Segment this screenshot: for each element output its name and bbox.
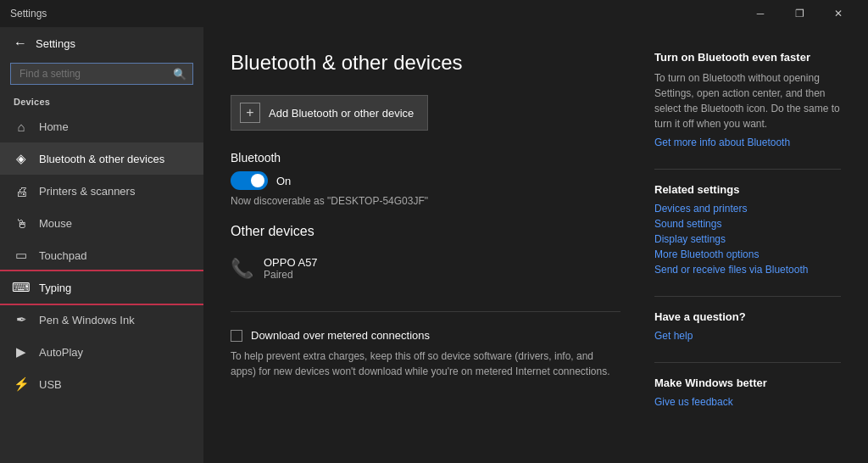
sidebar-item-usb[interactable]: ⚡ USB <box>0 368 203 400</box>
sidebar-section-label: Devices <box>0 92 203 110</box>
faster-block: Turn on Bluetooth even faster To turn on… <box>654 51 841 148</box>
toggle-state-text: On <box>276 175 291 187</box>
bluetooth-section: Bluetooth On Now discoverable as "DESKTO… <box>231 151 620 207</box>
link-send-receive[interactable]: Send or receive files via Bluetooth <box>654 264 841 276</box>
sidebar-item-mouse[interactable]: 🖱 Mouse <box>0 207 203 239</box>
related-block: Related settings Devices and printers So… <box>654 183 841 276</box>
sidebar-item-label-pen: Pen & Windows Ink <box>39 314 135 326</box>
app-body: ← Settings 🔍 Devices ⌂ Home ◈ Bluetooth … <box>0 27 868 463</box>
sidebar-back-button[interactable]: ← Settings <box>0 27 203 59</box>
link-more-bluetooth[interactable]: More Bluetooth options <box>654 248 841 260</box>
home-icon: ⌂ <box>14 119 29 134</box>
link-display-settings[interactable]: Display settings <box>654 233 841 245</box>
get-help-link[interactable]: Get help <box>654 330 841 342</box>
download-checkbox[interactable] <box>231 330 242 342</box>
checkbox-description: To help prevent extra charges, keep this… <box>231 349 620 379</box>
feedback-link[interactable]: Give us feedback <box>654 396 841 408</box>
restore-button[interactable]: ❐ <box>780 0 819 27</box>
sidebar-item-label-mouse: Mouse <box>39 217 72 230</box>
right-panel: Turn on Bluetooth even faster To turn on… <box>654 51 841 439</box>
sidebar-item-printers[interactable]: 🖨 Printers & scanners <box>0 175 203 207</box>
divider-1 <box>654 169 841 170</box>
toggle-row: On <box>231 171 620 190</box>
content-main: Bluetooth & other devices + Add Bluetoot… <box>231 51 620 439</box>
device-name: OPPO A57 <box>264 256 318 269</box>
plus-icon: + <box>240 103 260 123</box>
checkbox-row: Download over metered connections <box>231 329 620 342</box>
download-section: Download over metered connections To hel… <box>231 311 620 379</box>
close-button[interactable]: ✕ <box>819 0 858 27</box>
sidebar-item-label-typing: Typing <box>39 282 71 294</box>
sidebar-item-pen[interactable]: ✒ Pen & Windows Ink <box>0 304 203 336</box>
divider-3 <box>654 362 841 363</box>
typing-icon: ⌨ <box>14 280 29 295</box>
mouse-icon: 🖱 <box>14 215 29 231</box>
sidebar-title: Settings <box>36 37 75 50</box>
titlebar: Settings ─ ❐ ✕ <box>0 0 868 27</box>
add-device-label: Add Bluetooth or other device <box>269 107 414 120</box>
toggle-knob <box>251 174 264 187</box>
sidebar-item-label-printers: Printers & scanners <box>39 185 135 198</box>
device-item-oppo: 📞 OPPO A57 Paired <box>231 249 620 287</box>
printers-icon: 🖨 <box>14 183 29 198</box>
other-devices-heading: Other devices <box>231 224 620 239</box>
pen-icon: ✒ <box>14 312 29 327</box>
link-sound-settings[interactable]: Sound settings <box>654 218 841 230</box>
related-heading: Related settings <box>654 183 841 196</box>
sidebar-item-label-touchpad: Touchpad <box>39 249 86 262</box>
sidebar-item-label-home: Home <box>39 120 69 133</box>
question-block: Have a question? Get help <box>654 310 841 342</box>
checkbox-label: Download over metered connections <box>251 329 430 342</box>
link-devices-printers[interactable]: Devices and printers <box>654 203 841 215</box>
add-device-button[interactable]: + Add Bluetooth or other device <box>231 95 428 131</box>
search-input[interactable] <box>10 63 193 85</box>
window-controls: ─ ❐ ✕ <box>741 0 858 27</box>
faster-link[interactable]: Get more info about Bluetooth <box>654 137 841 148</box>
usb-icon: ⚡ <box>14 377 29 392</box>
question-heading: Have a question? <box>654 310 841 323</box>
sidebar-item-bluetooth[interactable]: ◈ Bluetooth & other devices <box>0 142 203 175</box>
sidebar-item-home[interactable]: ⌂ Home <box>0 110 203 142</box>
sidebar-item-label-usb: USB <box>39 378 62 391</box>
bluetooth-icon: ◈ <box>14 151 29 166</box>
sidebar-item-touchpad[interactable]: ▭ Touchpad <box>0 239 203 271</box>
sidebar-item-typing[interactable]: ⌨ Typing <box>0 271 203 304</box>
minimize-button[interactable]: ─ <box>741 0 780 27</box>
faster-heading: Turn on Bluetooth even faster <box>654 51 841 64</box>
make-better-heading: Make Windows better <box>654 377 841 389</box>
app-title: Settings <box>10 8 741 20</box>
search-box: 🔍 <box>10 63 193 85</box>
back-arrow-icon: ← <box>14 36 27 51</box>
page-title: Bluetooth & other devices <box>231 51 620 75</box>
autoplay-icon: ▶ <box>14 344 29 360</box>
search-icon: 🔍 <box>173 68 186 81</box>
faster-body: To turn on Bluetooth without opening Set… <box>654 70 841 131</box>
bluetooth-toggle[interactable] <box>231 171 268 190</box>
device-info: OPPO A57 Paired <box>264 256 318 281</box>
discoverable-text: Now discoverable as "DESKTOP-54G03JF" <box>231 195 620 207</box>
make-better-block: Make Windows better Give us feedback <box>654 377 841 408</box>
other-devices-section: Other devices 📞 OPPO A57 Paired <box>231 224 620 287</box>
content-area: Bluetooth & other devices + Add Bluetoot… <box>203 27 868 463</box>
divider-2 <box>654 296 841 297</box>
sidebar-item-label-bluetooth: Bluetooth & other devices <box>39 153 164 165</box>
bluetooth-label: Bluetooth <box>231 151 620 165</box>
sidebar-item-autoplay[interactable]: ▶ AutoPlay <box>0 336 203 368</box>
sidebar: ← Settings 🔍 Devices ⌂ Home ◈ Bluetooth … <box>0 27 203 463</box>
sidebar-item-label-autoplay: AutoPlay <box>39 346 83 359</box>
device-status: Paired <box>264 269 318 281</box>
touchpad-icon: ▭ <box>14 248 29 263</box>
phone-icon: 📞 <box>231 258 253 280</box>
